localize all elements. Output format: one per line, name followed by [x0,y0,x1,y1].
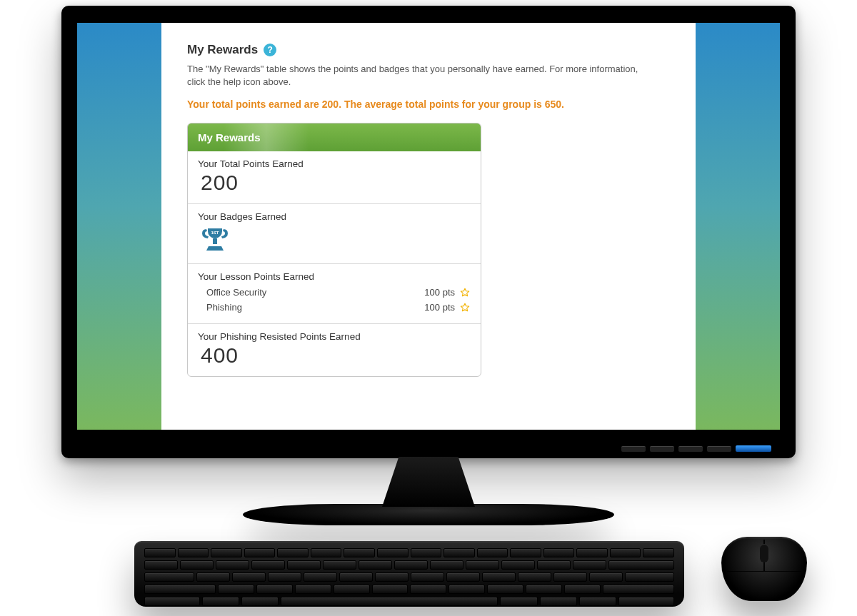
mouse[interactable] [721,537,807,607]
trophy-badge-text: 1ST [211,231,219,235]
lesson-name: Office Security [206,287,409,298]
monitor-down-button[interactable] [650,446,674,452]
monitor-power-button[interactable] [736,445,771,452]
lesson-points: 100 pts [409,287,455,298]
monitor-bezel: My Rewards ? The "My Rewards" table show… [61,6,796,458]
svg-rect-0 [213,238,217,244]
keyboard[interactable] [134,541,684,607]
screen: My Rewards ? The "My Rewards" table show… [77,23,780,430]
total-points-label: Your Total Points Earned [198,158,471,169]
phishing-resisted-label: Your Phishing Resisted Points Earned [198,331,471,342]
page-description: The "My Rewards" table shows the points … [187,63,644,89]
star-icon [459,288,471,298]
rewards-card: My Rewards Your Total Points Earned 200 … [187,123,481,377]
total-points-value: 200 [198,171,471,195]
content-area: My Rewards ? The "My Rewards" table show… [161,23,696,430]
mouse-wheel[interactable] [760,544,768,562]
lesson-row: Office Security 100 pts [198,285,471,300]
phishing-resisted-section: Your Phishing Resisted Points Earned 400 [188,324,481,376]
monitor: My Rewards ? The "My Rewards" table show… [61,6,796,525]
page-title: My Rewards [187,43,258,57]
monitor-stand-neck [382,457,475,507]
lesson-points: 100 pts [409,302,455,313]
lesson-name: Phishing [206,302,409,313]
badges-section: Your Badges Earned [188,204,481,264]
monitor-auto-button[interactable] [707,446,731,452]
lesson-points-label: Your Lesson Points Earned [198,271,471,282]
help-icon[interactable]: ? [264,44,276,56]
screen-left-gradient [77,23,161,430]
badges-label: Your Badges Earned [198,211,471,222]
lesson-row: Phishing 100 pts [198,300,471,315]
rewards-card-header: My Rewards [188,123,481,151]
screen-right-gradient [696,23,780,430]
monitor-menu-button[interactable] [621,446,646,452]
monitor-buttons [621,445,771,452]
trophy-1st-icon: 1ST [201,242,229,254]
points-summary: Your total points earned are 200. The av… [187,99,670,110]
star-icon [459,303,471,313]
total-points-section: Your Total Points Earned 200 [188,151,481,204]
lesson-table: Office Security 100 pts Phishing 100 pts [198,285,471,315]
monitor-stand-base [243,504,614,525]
monitor-up-button[interactable] [678,446,703,452]
phishing-resisted-value: 400 [198,343,471,368]
lesson-points-section: Your Lesson Points Earned Office Securit… [188,264,481,324]
